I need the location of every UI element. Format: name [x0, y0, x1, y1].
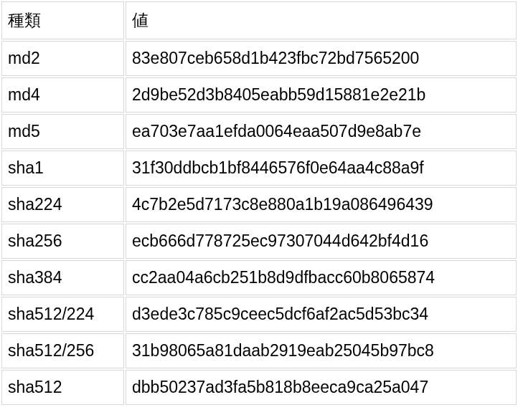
- cell-type: md2: [1, 41, 124, 76]
- table-header-row: 種類 値: [1, 1, 517, 39]
- table-row: sha512/25631b98065a81daab2919eab25045b97…: [1, 333, 517, 368]
- cell-value: dbb50237ad3fa5b818b8eeca9ca25a047: [126, 370, 517, 405]
- cell-type: sha512: [1, 370, 124, 405]
- cell-type: md4: [1, 77, 124, 113]
- cell-value: 31b98065a81daab2919eab25045b97bc8: [126, 333, 517, 368]
- cell-type: sha256: [1, 224, 124, 259]
- header-value: 値: [126, 1, 517, 39]
- table-row: md283e807ceb658d1b423fbc72bd7565200: [1, 41, 517, 76]
- table-row: md42d9be52d3b8405eabb59d15881e2e21b: [1, 77, 517, 113]
- cell-type: sha224: [1, 187, 124, 222]
- cell-type: sha1: [1, 151, 124, 186]
- cell-value: 4c7b2e5d7173c8e880a1b19a086496439: [126, 187, 517, 222]
- cell-value: ecb666d778725ec97307044d642bf4d16: [126, 224, 517, 259]
- table-row: md5ea703e7aa1efda0064eaa507d9e8ab7e: [1, 114, 517, 149]
- table-row: sha131f30ddbcb1bf8446576f0e64aa4c88a9f: [1, 151, 517, 186]
- table-row: sha512/224d3ede3c785c9ceec5dcf6af2ac5d53…: [1, 297, 517, 332]
- table-row: sha384cc2aa04a6cb251b8d9dfbacc60b8065874: [1, 260, 517, 295]
- cell-value: 31f30ddbcb1bf8446576f0e64aa4c88a9f: [126, 151, 517, 186]
- cell-type: sha384: [1, 260, 124, 295]
- header-type: 種類: [1, 1, 124, 39]
- cell-value: cc2aa04a6cb251b8d9dfbacc60b8065874: [126, 260, 517, 295]
- cell-value: ea703e7aa1efda0064eaa507d9e8ab7e: [126, 114, 517, 149]
- table-row: sha256ecb666d778725ec97307044d642bf4d16: [1, 224, 517, 259]
- cell-type: sha512/224: [1, 297, 124, 332]
- table-row: sha2244c7b2e5d7173c8e880a1b19a086496439: [1, 187, 517, 222]
- cell-type: sha512/256: [1, 333, 124, 368]
- cell-value: d3ede3c785c9ceec5dcf6af2ac5d53bc34: [126, 297, 517, 332]
- cell-value: 83e807ceb658d1b423fbc72bd7565200: [126, 41, 517, 76]
- hash-table: 種類 値 md283e807ceb658d1b423fbc72bd7565200…: [0, 0, 518, 406]
- cell-value: 2d9be52d3b8405eabb59d15881e2e21b: [126, 77, 517, 113]
- cell-type: md5: [1, 114, 124, 149]
- table-row: sha512dbb50237ad3fa5b818b8eeca9ca25a047: [1, 370, 517, 405]
